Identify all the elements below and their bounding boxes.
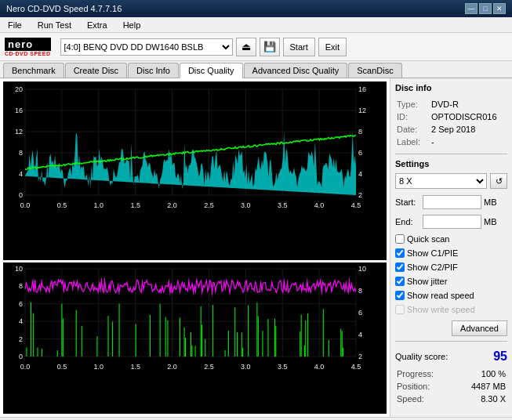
drive-select[interactable]: [4:0] BENQ DVD DD DW1640 BSLB	[60, 38, 233, 56]
speed-select[interactable]: 8 X 4 X 6 X 12 X 16 X	[395, 173, 487, 189]
c2pif-row: Show C2/PIF	[395, 262, 507, 272]
show-jitter-checkbox[interactable]	[395, 277, 405, 286]
show-c2pif-checkbox[interactable]	[395, 262, 405, 272]
id-value: OPTODISCR016	[431, 111, 506, 122]
divider-2	[395, 341, 507, 342]
start-button[interactable]: Start	[283, 38, 315, 56]
quick-scan-checkbox[interactable]	[395, 234, 405, 244]
quality-score-row: Quality score: 95	[395, 349, 507, 364]
menu-extra[interactable]: Extra	[82, 19, 112, 31]
position-label: Position:	[397, 381, 440, 392]
minimize-button[interactable]: —	[465, 3, 478, 14]
save-icon-button[interactable]: 💾	[260, 38, 280, 56]
eject-icon-button[interactable]: ⏏	[236, 38, 256, 56]
tab-disc-info[interactable]: Disc Info	[128, 63, 179, 78]
maximize-button[interactable]: □	[479, 3, 492, 14]
menu-file[interactable]: File	[3, 19, 27, 31]
type-value: DVD-R	[431, 99, 506, 110]
start-input[interactable]: 0000	[423, 195, 481, 209]
start-unit: MB	[484, 197, 497, 207]
show-read-speed-label: Show read speed	[407, 291, 474, 300]
legend-area: PI Errors Average: 2.86 Maximum: 12 Tota…	[0, 417, 512, 420]
exit-button[interactable]: Exit	[318, 38, 347, 56]
end-input[interactable]: 4488	[423, 215, 481, 229]
close-button[interactable]: ✕	[493, 3, 506, 14]
tab-bar: Benchmark Create Disc Disc Info Disc Qua…	[0, 61, 512, 78]
speed-settings-row: 8 X 4 X 6 X 12 X 16 X ↺	[395, 173, 507, 189]
end-mb-row: End: 4488 MB	[395, 215, 507, 229]
logo-text-bottom: CD·DVD SPEED	[5, 51, 51, 56]
show-c1pie-label: Show C1/PIE	[407, 248, 458, 258]
tab-advanced-disc-quality[interactable]: Advanced Disc Quality	[244, 63, 348, 78]
date-label: Date:	[397, 124, 430, 135]
quality-score-label: Quality score:	[395, 352, 448, 361]
quality-score-value: 95	[493, 349, 507, 364]
window-title: Nero CD-DVD Speed 4.7.7.16	[6, 4, 122, 13]
nero-logo: nero CD·DVD SPEED	[5, 38, 51, 56]
bottom-chart	[3, 262, 387, 414]
start-label: Start:	[395, 197, 423, 207]
show-jitter-label: Show jitter	[407, 277, 447, 286]
menu-bar: File Run Test Extra Help	[0, 17, 512, 33]
show-c2pif-label: Show C2/PIF	[407, 262, 458, 272]
top-chart	[3, 81, 387, 260]
progress-value: 100 %	[441, 368, 506, 379]
date-value: 2 Sep 2018	[431, 124, 506, 135]
refresh-button[interactable]: ↺	[490, 173, 507, 189]
divider	[395, 154, 507, 154]
progress-label: Progress:	[397, 368, 440, 379]
quick-scan-row: Quick scan	[395, 234, 507, 244]
disc-info-title: Disc info	[395, 83, 507, 92]
start-mb-row: Start: 0000 MB	[395, 195, 507, 209]
show-read-speed-checkbox[interactable]	[395, 291, 405, 300]
show-write-speed-label: Show write speed	[407, 305, 475, 314]
chart-area	[0, 78, 390, 417]
toolbar: nero CD·DVD SPEED [4:0] BENQ DVD DD DW16…	[0, 33, 512, 61]
disc-label-value: -	[431, 136, 506, 147]
advanced-button[interactable]: Advanced	[452, 320, 507, 336]
c1pie-row: Show C1/PIE	[395, 248, 507, 258]
settings-title: Settings	[395, 159, 507, 168]
tab-scandisc[interactable]: ScanDisc	[348, 63, 401, 78]
speed-value: 8.30 X	[441, 393, 506, 404]
speed-label: Speed:	[397, 393, 440, 404]
show-write-speed-checkbox[interactable]	[395, 305, 405, 314]
show-c1pie-checkbox[interactable]	[395, 248, 405, 258]
logo-text-top: nero	[5, 38, 51, 51]
side-panel: Disc info Type: DVD-R ID: OPTODISCR016 D…	[390, 78, 512, 417]
menu-run-test[interactable]: Run Test	[33, 19, 76, 31]
tab-disc-quality[interactable]: Disc Quality	[180, 63, 243, 78]
menu-help[interactable]: Help	[118, 19, 146, 31]
write-speed-row: Show write speed	[395, 305, 507, 314]
id-label: ID:	[397, 111, 430, 122]
tab-benchmark[interactable]: Benchmark	[3, 63, 64, 78]
main-content: Disc info Type: DVD-R ID: OPTODISCR016 D…	[0, 78, 512, 417]
quick-scan-label: Quick scan	[407, 234, 449, 244]
type-label: Type:	[397, 99, 430, 110]
progress-table: Progress: 100 % Position: 4487 MB Speed:…	[395, 367, 507, 406]
read-speed-row: Show read speed	[395, 291, 507, 300]
jitter-row: Show jitter	[395, 277, 507, 286]
window-controls: — □ ✕	[465, 3, 506, 14]
title-bar: Nero CD-DVD Speed 4.7.7.16 — □ ✕	[0, 0, 512, 17]
disc-label-label: Label:	[397, 136, 430, 147]
tab-create-disc[interactable]: Create Disc	[65, 63, 127, 78]
disc-info-table: Type: DVD-R ID: OPTODISCR016 Date: 2 Sep…	[395, 97, 507, 149]
end-unit: MB	[484, 217, 497, 226]
position-value: 4487 MB	[441, 381, 506, 392]
end-label: End:	[395, 217, 423, 226]
